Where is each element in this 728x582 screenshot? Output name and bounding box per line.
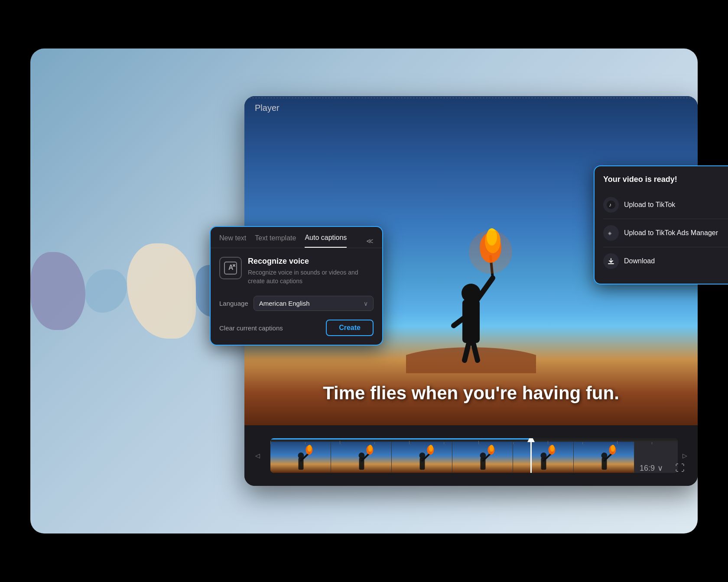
deco-shape-cream [127, 243, 196, 339]
language-select[interactable]: American English ∨ [254, 296, 374, 311]
ratio-badge[interactable]: 16:9 ∨ [640, 463, 663, 473]
svg-rect-20 [478, 441, 479, 444]
panel-tabs: New text Text template Auto captions ≪ [211, 227, 382, 248]
deco-shape-purple [30, 252, 85, 330]
svg-rect-18 [409, 441, 410, 444]
recognize-voice-title: Recognize voice [248, 257, 374, 266]
expand-icon[interactable]: ⛶ [675, 462, 685, 474]
download-item[interactable]: Download [603, 247, 728, 275]
tab-auto-captions[interactable]: Auto captions [305, 234, 347, 248]
timeline-progress[interactable] [530, 438, 532, 473]
create-button[interactable]: Create [326, 320, 374, 336]
upload-tiktok-left: ♪ Upload to TikTok [603, 197, 675, 213]
svg-rect-19 [444, 442, 444, 444]
voice-text: Recognize voice Recognize voice in sound… [248, 257, 374, 285]
svg-text:◈: ◈ [608, 230, 612, 236]
video-ready-panel: Your video is ready! ♪ Upload to TikTok … [594, 165, 728, 285]
tab-text-template[interactable]: Text template [255, 234, 296, 247]
timeline-dots [244, 96, 698, 100]
svg-text:♪: ♪ [609, 202, 611, 208]
timeline-area: ◁ [244, 425, 698, 486]
ratio-value: 16:9 [640, 464, 655, 473]
recognize-voice-desc: Recognize voice in sounds or videos and … [248, 268, 374, 285]
caption-text: Time flies when you're having fun. [323, 383, 619, 404]
upload-tiktok-ads-left: ◈ Upload to TikTok Ads Manager [603, 225, 718, 241]
auto-captions-panel: New text Text template Auto captions ≪ A [210, 226, 383, 346]
language-row: Language American English ∨ [219, 296, 374, 311]
player-label: Player [255, 103, 280, 113]
video-figure [406, 191, 536, 373]
upload-tiktok-item[interactable]: ♪ Upload to TikTok › [603, 191, 728, 219]
deco-shape-blue-light [85, 269, 127, 313]
svg-rect-14 [270, 441, 271, 444]
language-dropdown-icon: ∨ [364, 300, 368, 307]
voice-icon-box: A [219, 257, 242, 279]
timeline-track[interactable] [270, 438, 678, 473]
svg-point-61 [611, 445, 615, 452]
language-value: American English [259, 300, 310, 307]
download-label: Download [624, 257, 655, 265]
svg-point-49 [489, 445, 494, 452]
panel-actions: Clear current captions Create [219, 320, 374, 336]
svg-rect-17 [374, 442, 375, 444]
svg-rect-22 [548, 441, 548, 444]
tiktok-ads-icon: ◈ [603, 225, 619, 241]
upload-tiktok-label: Upload to TikTok [624, 201, 675, 209]
download-left: Download [603, 253, 655, 269]
tab-new-text[interactable]: New text [219, 234, 246, 247]
timeline-left-handle[interactable]: ◁ [253, 443, 262, 469]
svg-rect-24 [617, 441, 618, 444]
clear-captions-button[interactable]: Clear current captions [219, 324, 283, 332]
svg-rect-21 [513, 442, 514, 444]
svg-point-55 [550, 445, 554, 452]
svg-point-43 [429, 445, 433, 452]
svg-point-11 [469, 230, 512, 274]
upload-tiktok-ads-label: Upload to TikTok Ads Manager [624, 229, 718, 237]
panel-body: A Recognize voice Recognize voice in sou… [211, 248, 382, 345]
outer-frame: Player [30, 48, 698, 534]
timeline-progress-bar [270, 438, 530, 440]
svg-rect-15 [305, 442, 306, 444]
ratio-chevron-icon: ∨ [657, 463, 663, 473]
tabs-collapse-icon[interactable]: ≪ [366, 237, 374, 245]
svg-rect-16 [340, 441, 340, 444]
svg-point-31 [307, 445, 312, 452]
tiktok-icon: ♪ [603, 197, 619, 213]
device: Player [244, 96, 698, 486]
upload-tiktok-ads-item[interactable]: ◈ Upload to TikTok Ads Manager › [603, 219, 728, 247]
svg-rect-25 [652, 442, 652, 444]
language-label: Language [219, 300, 248, 307]
recognize-voice-section: A Recognize voice Recognize voice in sou… [219, 257, 374, 285]
svg-point-0 [406, 347, 536, 373]
download-icon [603, 253, 619, 269]
video-ready-title: Your video is ready! [603, 175, 728, 184]
svg-rect-23 [582, 442, 583, 444]
svg-point-37 [368, 445, 372, 452]
